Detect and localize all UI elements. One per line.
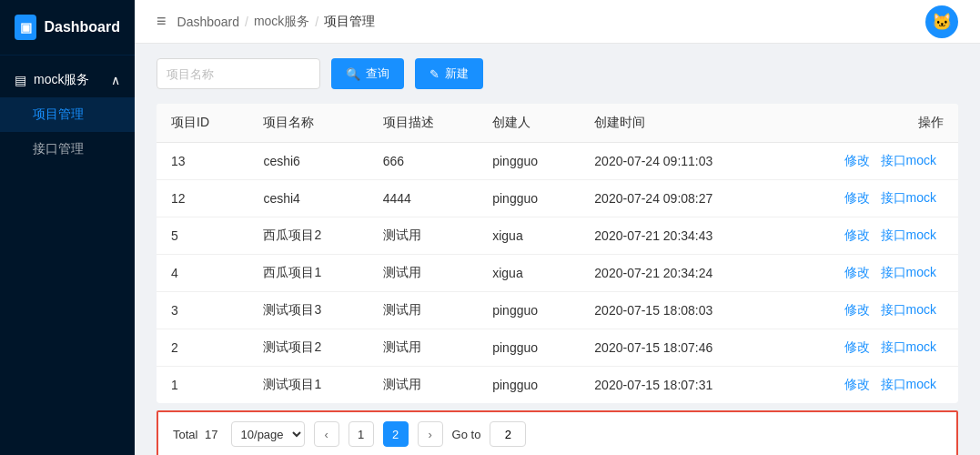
edit-link[interactable]: 修改 [844,377,870,391]
sidebar-logo: ▣ Dashboard [0,0,135,56]
logo-icon: ▣ [15,15,36,40]
table-header: 项目ID 项目名称 项目描述 创建人 创建时间 操作 [157,104,958,143]
cell-id: 13 [157,143,248,180]
menu-icon: ▤ [15,73,26,87]
cell-id: 3 [157,292,248,329]
table-row: 1 测试项目1 测试用 pingguo 2020-07-15 18:07:31 … [157,367,958,404]
header: ≡ Dashboard / mock服务 / 项目管理 🐱 [135,0,980,44]
cell-creator: pingguo [478,143,580,180]
page-2-button[interactable]: 2 [383,421,409,447]
col-actions: 操作 [782,104,958,143]
cell-actions: 修改 接口mock [782,292,958,329]
cell-created: 2020-07-24 09:08:27 [580,180,782,217]
mock-link[interactable]: 接口mock [881,228,936,242]
data-table: 项目ID 项目名称 项目描述 创建人 创建时间 操作 13 ceshi6 666… [157,104,958,403]
avatar[interactable]: 🐱 [925,5,958,38]
table-row: 3 测试项目3 测试用 pingguo 2020-07-15 18:08:03 … [157,292,958,329]
table-row: 4 西瓜项目1 测试用 xigua 2020-07-21 20:34:24 修改… [157,255,958,292]
mock-link[interactable]: 接口mock [881,190,936,205]
page-size-select[interactable]: 10/page 20/page 50/page [231,421,305,447]
cell-desc: 666 [369,143,479,180]
mock-link[interactable]: 接口mock [881,265,936,279]
cell-creator: pingguo [478,180,580,217]
cell-id: 2 [157,329,248,367]
sidebar-item-interface[interactable]: 接口管理 [0,132,135,167]
mock-link[interactable]: 接口mock [881,339,936,354]
cell-desc: 测试用 [369,292,479,329]
mock-link[interactable]: 接口mock [881,153,936,167]
cell-created: 2020-07-15 18:07:31 [580,367,782,404]
cell-actions: 修改 接口mock [782,367,958,404]
page-content: 🔍 查询 ✎ 新建 项目ID 项目名称 项目描述 创建人 创建时间 操作 [135,44,980,455]
main-content: ≡ Dashboard / mock服务 / 项目管理 🐱 🔍 查询 [135,0,980,455]
breadcrumb-mock[interactable]: mock服务 [254,14,309,30]
pagination: Total 17 10/page 20/page 50/page ‹ 1 2 ›… [157,410,958,455]
cell-created: 2020-07-21 20:34:24 [580,255,782,292]
cell-actions: 修改 接口mock [782,217,958,255]
cell-id: 1 [157,367,248,404]
hamburger-icon[interactable]: ≡ [157,12,167,31]
cell-created: 2020-07-21 20:34:43 [580,217,782,255]
cell-created: 2020-07-15 18:07:46 [580,329,782,367]
prev-page-button[interactable]: ‹ [314,421,339,447]
breadcrumb-sep-2: / [315,15,318,29]
cell-desc: 测试用 [369,217,479,255]
search-input[interactable] [157,58,320,89]
cell-creator: xigua [478,255,580,292]
page-1-button[interactable]: 1 [349,421,374,447]
total-label: Total 17 [173,428,218,441]
cell-creator: pingguo [478,329,580,367]
goto-input[interactable] [490,421,526,447]
cell-actions: 修改 接口mock [782,329,958,367]
cell-desc: 测试用 [369,367,479,404]
edit-link[interactable]: 修改 [844,265,870,279]
table-row: 5 西瓜项目2 测试用 xigua 2020-07-21 20:34:43 修改… [157,217,958,255]
query-button[interactable]: 🔍 查询 [331,58,404,89]
cell-name: 西瓜项目1 [248,255,368,292]
cell-actions: 修改 接口mock [782,143,958,180]
col-created: 创建时间 [580,104,782,143]
toolbar: 🔍 查询 ✎ 新建 [157,58,958,89]
cell-desc: 4444 [369,180,479,217]
new-button[interactable]: ✎ 新建 [415,58,483,89]
edit-link[interactable]: 修改 [844,302,870,317]
logo-label: Dashboard [44,19,120,35]
cell-creator: pingguo [478,292,580,329]
col-desc: 项目描述 [369,104,479,143]
cell-actions: 修改 接口mock [782,180,958,217]
col-id: 项目ID [157,104,248,143]
cell-id: 12 [157,180,248,217]
cell-name: 西瓜项目2 [248,217,368,255]
sidebar-item-project[interactable]: 项目管理 [0,97,135,132]
cell-name: 测试项目1 [248,367,368,404]
table-row: 2 测试项目2 测试用 pingguo 2020-07-15 18:07:46 … [157,329,958,367]
cell-id: 5 [157,217,248,255]
cell-creator: xigua [478,217,580,255]
edit-link[interactable]: 修改 [844,153,870,167]
breadcrumb-home[interactable]: Dashboard [177,15,240,29]
mock-link[interactable]: 接口mock [881,377,936,391]
table-row: 13 ceshi6 666 pingguo 2020-07-24 09:11:0… [157,143,958,180]
sidebar-menu: ▤ mock服务 ∧ 项目管理 接口管理 [0,56,135,174]
edit-link[interactable]: 修改 [844,339,870,354]
mock-link[interactable]: 接口mock [881,302,936,317]
goto-label: Go to [452,428,481,441]
edit-link[interactable]: 修改 [844,190,870,205]
cell-created: 2020-07-15 18:08:03 [580,292,782,329]
cell-name: ceshi4 [248,180,368,217]
next-page-button[interactable]: › [418,421,443,447]
search-icon: 🔍 [346,67,360,81]
add-icon: ✎ [429,67,439,81]
header-right: 🐱 [925,5,958,38]
sidebar-item-mock[interactable]: ▤ mock服务 ∧ [0,63,135,97]
breadcrumb: Dashboard / mock服务 / 项目管理 [177,14,376,30]
sidebar: ▣ Dashboard ▤ mock服务 ∧ 项目管理 接口管理 [0,0,135,455]
breadcrumb-sep-1: / [245,15,248,29]
edit-link[interactable]: 修改 [844,228,870,242]
col-name: 项目名称 [248,104,368,143]
cell-actions: 修改 接口mock [782,255,958,292]
cell-creator: pingguo [478,367,580,404]
table-row: 12 ceshi4 4444 pingguo 2020-07-24 09:08:… [157,180,958,217]
breadcrumb-current: 项目管理 [324,14,375,30]
cell-id: 4 [157,255,248,292]
